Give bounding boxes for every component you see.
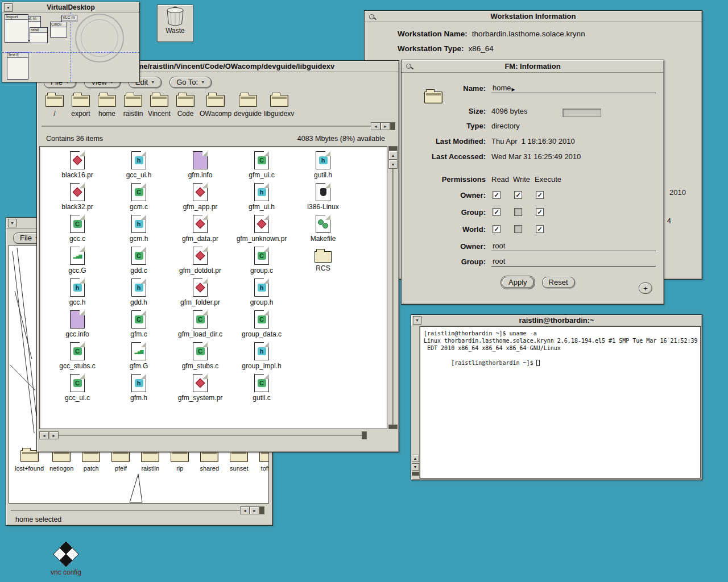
file-item[interactable]: gfm.h bbox=[108, 374, 169, 406]
apply-button[interactable]: Apply bbox=[502, 277, 534, 288]
file-item[interactable]: gutil.h bbox=[292, 151, 354, 183]
file-item[interactable]: gcm.h bbox=[108, 215, 169, 247]
file-item[interactable]: gfm_unknown.pr bbox=[231, 215, 292, 247]
path-folder[interactable]: / bbox=[43, 95, 67, 118]
folder-item[interactable]: patch bbox=[79, 450, 103, 472]
expand-button[interactable]: + bbox=[639, 282, 652, 294]
scroll-right-icon[interactable]: ► bbox=[380, 122, 390, 130]
file-item[interactable]: gfm_stubs.c bbox=[169, 342, 231, 374]
scrollbar-track[interactable] bbox=[388, 169, 398, 425]
file-item[interactable]: gfm_system.pr bbox=[169, 374, 231, 406]
horizontal-scrollbar[interactable]: ◄ ► bbox=[11, 506, 264, 514]
file-item[interactable]: gfm.info bbox=[169, 151, 231, 183]
reset-button[interactable]: Reset bbox=[542, 277, 575, 288]
file-item[interactable]: gcc.G bbox=[47, 247, 108, 278]
pager-titlebar[interactable]: ▼ VirtualDesktop bbox=[2, 2, 139, 13]
scroll-left-icon[interactable]: ◄ bbox=[371, 122, 380, 130]
window-menu-icon[interactable]: ▼ bbox=[4, 3, 13, 12]
pushpin-icon[interactable] bbox=[406, 63, 413, 70]
file-item[interactable]: gfm.c bbox=[108, 310, 169, 342]
file-item[interactable]: i386-Linux bbox=[292, 183, 354, 215]
file-item[interactable]: gfm_dotdot.pr bbox=[169, 247, 231, 278]
path-folder[interactable]: home bbox=[95, 95, 119, 118]
terminal-output[interactable]: [raistlin@thorbardin ~]$ uname -aLinux t… bbox=[420, 326, 701, 479]
file-item[interactable]: gfm_app.pr bbox=[169, 183, 231, 215]
pager-mini-window[interactable]: /export bbox=[5, 14, 28, 43]
file-item[interactable]: group_data.c bbox=[231, 310, 292, 342]
folder-item[interactable]: shared bbox=[197, 450, 221, 472]
file-item[interactable]: group.h bbox=[231, 278, 292, 310]
scrollbar-track[interactable] bbox=[59, 431, 362, 439]
write-checkbox[interactable] bbox=[514, 208, 522, 216]
path-folder[interactable]: raistlin bbox=[121, 95, 145, 118]
path-scrollbar[interactable]: ◄ ► bbox=[42, 122, 395, 130]
file-item[interactable]: gfm_folder.pr bbox=[169, 278, 231, 310]
file-item[interactable]: gfm_ui.h bbox=[231, 183, 292, 215]
file-item[interactable]: gcc.h bbox=[47, 278, 108, 310]
fm-information-titlebar[interactable]: FM: Information bbox=[402, 60, 664, 73]
scrollbar-track[interactable] bbox=[42, 122, 371, 130]
file-item[interactable]: RCS bbox=[292, 247, 354, 278]
group-field[interactable]: root bbox=[491, 257, 656, 267]
pushpin-icon[interactable] bbox=[369, 13, 377, 21]
path-folder[interactable]: devguide bbox=[234, 95, 262, 118]
file-item[interactable]: gfm_data.pr bbox=[169, 215, 231, 247]
vertical-scrollbar[interactable]: ▲ ▼ bbox=[388, 146, 398, 429]
write-checkbox[interactable] bbox=[514, 191, 522, 199]
file-item[interactable]: group.c bbox=[231, 247, 292, 278]
file-item[interactable]: gcc.info bbox=[47, 310, 108, 342]
owner-field[interactable]: root bbox=[491, 242, 656, 251]
scroll-right-icon[interactable]: ► bbox=[250, 506, 259, 514]
horizontal-scrollbar[interactable]: ◄ ► bbox=[39, 431, 367, 439]
file-item[interactable]: gcc_ui.c bbox=[47, 374, 108, 406]
name-field[interactable]: home ▶ bbox=[491, 84, 656, 93]
file-item[interactable]: black16.pr bbox=[47, 151, 108, 183]
file-item[interactable]: gcc_stubs.c bbox=[47, 342, 108, 374]
pager-mini-window[interactable]: VLC m bbox=[61, 15, 77, 22]
file-item[interactable]: gcm.c bbox=[108, 183, 169, 215]
folder-item[interactable]: sunset bbox=[227, 450, 251, 472]
scroll-up-icon[interactable]: ▲ bbox=[412, 455, 419, 462]
waste-basket[interactable]: Waste bbox=[157, 5, 193, 42]
file-item[interactable]: group_impl.h bbox=[231, 342, 292, 374]
folder-item[interactable]: lost+found bbox=[15, 450, 44, 472]
vnc-config-icon[interactable]: vnc config bbox=[46, 541, 86, 582]
scroll-right-icon[interactable]: ► bbox=[49, 431, 59, 439]
pager-mini-window[interactable]: Calcu bbox=[50, 22, 67, 38]
workstation-info-titlebar[interactable]: Workstation Information bbox=[365, 11, 702, 22]
file-item[interactable]: gfm_ui.c bbox=[231, 151, 292, 183]
file-item[interactable]: gfm_load_dir.c bbox=[169, 310, 231, 342]
scroll-left-icon[interactable]: ◄ bbox=[39, 431, 49, 439]
terminal-scrollbar[interactable]: ▲ ▼ bbox=[411, 326, 420, 479]
folder-item[interactable]: pfeif bbox=[109, 450, 133, 472]
window-menu-icon[interactable]: ▼ bbox=[8, 219, 16, 227]
folder-item[interactable]: raistlin bbox=[138, 450, 162, 472]
read-checkbox[interactable] bbox=[493, 191, 500, 199]
read-checkbox[interactable] bbox=[493, 225, 500, 233]
scroll-down-icon[interactable]: ▼ bbox=[388, 160, 398, 169]
menu-button[interactable]: Go To: ▼ bbox=[169, 77, 212, 88]
read-checkbox[interactable] bbox=[493, 208, 500, 216]
folder-item[interactable]: toffee bbox=[257, 450, 269, 472]
scroll-down-icon[interactable]: ▼ bbox=[412, 463, 419, 471]
window-menu-icon[interactable]: ▼ bbox=[413, 316, 421, 325]
file-item[interactable]: gfm.G bbox=[108, 342, 169, 374]
file-item[interactable]: gutil.c bbox=[231, 374, 292, 406]
folder-item[interactable]: netlogon bbox=[49, 450, 73, 472]
file-item[interactable]: gdd.c bbox=[108, 247, 169, 278]
pager-mini-window[interactable]: Text E bbox=[7, 52, 28, 80]
file-item[interactable]: gcc_ui.h bbox=[108, 151, 169, 183]
write-checkbox[interactable] bbox=[514, 225, 522, 233]
execute-checkbox[interactable] bbox=[536, 225, 544, 233]
path-folder[interactable]: Code bbox=[173, 95, 197, 118]
file-item[interactable]: gcc.c bbox=[47, 215, 108, 247]
path-folder[interactable]: libguidexv bbox=[264, 95, 294, 118]
file-item[interactable]: gdd.h bbox=[108, 278, 169, 310]
folder-item[interactable]: rip bbox=[168, 450, 192, 472]
scroll-left-icon[interactable]: ◄ bbox=[240, 506, 250, 514]
path-folder[interactable]: Vincent bbox=[147, 95, 171, 118]
path-folder[interactable]: OWacomp bbox=[200, 95, 231, 118]
path-folder[interactable]: export bbox=[69, 95, 93, 118]
pager-body[interactable]: /export FM: In raistl Calcu VLC m Text E bbox=[2, 13, 139, 82]
scrollbar-track[interactable] bbox=[11, 506, 240, 514]
